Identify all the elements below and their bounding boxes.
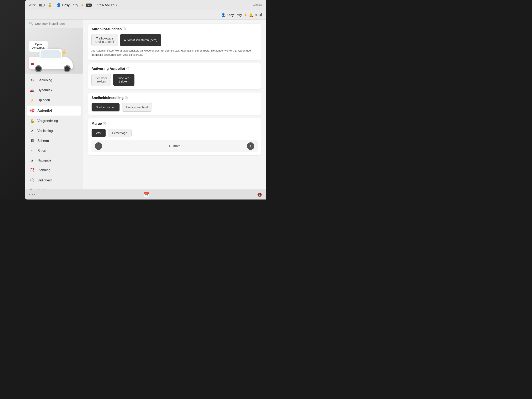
nav-label-vergrendeling: Vergrendeling	[38, 119, 58, 123]
nav-label-autopilot: Autopilot	[38, 109, 52, 112]
vast-button[interactable]: Vast	[91, 129, 106, 137]
search-input[interactable]	[35, 22, 79, 25]
top-profile-area: 👤 Easy Entry	[56, 3, 78, 7]
marge-card: Marge ⓘ Vast Percentage − +0 km/h +	[88, 118, 261, 155]
bottom-dots	[29, 194, 35, 195]
snelheid-card: Snelheidsinstelling ⓘ Snelheidslimiet Hu…	[88, 93, 261, 115]
activering-card: Activering Autopilot ⓘ Eén keer trekken …	[88, 63, 261, 89]
toggle-icon: ⚙	[30, 78, 34, 82]
top-profile-name: Easy Entry	[62, 3, 78, 7]
marge-title: Marge	[91, 121, 102, 126]
sidebar-item-ritten[interactable]: 〰 Ritten	[25, 146, 83, 155]
car-area: Open Achterbak	[25, 28, 83, 74]
sidebar-item-veiligheid[interactable]: ⓘ Veiligheid	[25, 175, 83, 186]
battery-percentage: 48 %	[29, 3, 36, 7]
sidebar-item-dynamiek[interactable]: 🚗 Dynamiek	[25, 85, 83, 95]
autopilot-functions-info-icon[interactable]: ⓘ	[123, 27, 126, 31]
signal-icon	[259, 13, 262, 16]
clock-icon: ⏰	[30, 168, 34, 172]
time-display: 9:56 AM	[97, 3, 110, 7]
nav-label-bediening: Bediening	[38, 78, 52, 82]
een-keer-button[interactable]: Eén keer trekken	[91, 74, 111, 86]
profile-icon: 👤	[56, 3, 61, 7]
right-panel: Autopilot-functies ⓘ Traffic-Aware Cruis…	[83, 19, 266, 190]
temperature-display: 6°C	[111, 3, 117, 7]
bottom-bar: 📅 21 🔇	[25, 190, 266, 200]
bolt-icon: ⚡	[30, 98, 34, 102]
sos-badge: sos	[86, 4, 92, 7]
status-bar: 48 % 🔓 👤 Easy Entry ⬇ sos 9:56 AM 6°C AI…	[25, 0, 266, 10]
speed-plus-button[interactable]: +	[247, 142, 254, 150]
dot-3	[34, 194, 35, 195]
sidebar-item-scherm[interactable]: 🖥 Scherm	[25, 136, 83, 146]
lock-icon: 🔓	[48, 3, 52, 7]
sub-profile-name: Easy Entry	[227, 13, 242, 17]
dot-2	[32, 194, 33, 195]
sidebar-item-verlichting[interactable]: ☀ Verlichting	[25, 126, 83, 136]
activering-buttons: Eén keer trekken Twee keer trekken	[91, 74, 258, 86]
nav-arrow-icon: ▲	[30, 158, 34, 163]
time-temp: 9:56 AM 6°C	[97, 3, 117, 7]
screen: 48 % 🔓 👤 Easy Entry ⬇ sos 9:56 AM 6°C AI…	[25, 0, 266, 200]
autopilot-functions-card: Autopilot-functies ⓘ Traffic-Aware Cruis…	[88, 24, 261, 60]
calendar-icon[interactable]: 📅 21	[144, 192, 149, 197]
sidebar-item-service[interactable]: 🔧 Service	[25, 186, 83, 190]
activering-info-icon[interactable]: ⓘ	[126, 67, 129, 71]
speed-minus-button[interactable]: −	[95, 142, 102, 150]
search-icon: 🔍	[29, 22, 33, 25]
volume-icon[interactable]: 🔇	[257, 192, 262, 197]
sub-profile-area: 👤 Easy Entry	[221, 13, 242, 17]
bell-notification-dot	[252, 16, 253, 17]
lock-nav-icon: 🔒	[30, 119, 34, 123]
autosteer-button[interactable]: Automatisch sturen (bèta)	[120, 34, 161, 46]
speed-control: − +0 km/h +	[91, 140, 258, 152]
lightning-icon: ⚡	[60, 50, 67, 56]
bluetooth-icon: ✱	[254, 13, 257, 17]
autopilot-functions-title: Autopilot-functies	[91, 27, 121, 31]
sidebar-item-navigatie[interactable]: ▲ Navigatie	[25, 155, 83, 165]
car-icon: 🚗	[30, 88, 34, 93]
nav-label-opladen: Opladen	[38, 98, 50, 102]
traffic-aware-button[interactable]: Traffic-Aware Cruise Control	[91, 34, 118, 46]
sidebar-item-autopilot[interactable]: 🎯 Autopilot	[27, 106, 81, 115]
nav-label-navigatie: Navigatie	[38, 158, 51, 162]
battery-icon	[39, 4, 45, 6]
marge-info-icon[interactable]: ⓘ	[103, 122, 106, 126]
nav-label-verlichting: Verlichting	[38, 129, 53, 133]
snelheid-title: Snelheidsinstelling	[91, 96, 124, 100]
marge-header: Marge ⓘ	[91, 121, 258, 126]
twee-keer-button[interactable]: Twee keer trekken	[113, 74, 134, 86]
sidebar-item-vergrendeling[interactable]: 🔒 Vergrendeling	[25, 116, 83, 126]
nav-label-ritten: Ritten	[38, 149, 46, 152]
search-bar: 🔍	[25, 19, 83, 28]
percentage-button[interactable]: Percentage	[108, 129, 132, 137]
content-area: 🔍 Open Achterbak	[25, 19, 266, 190]
snelheid-info-icon[interactable]: ⓘ	[125, 96, 128, 100]
nav-label-scherm: Scherm	[38, 139, 49, 143]
airbag-text: AIRBAG	[253, 4, 262, 6]
nav-label-planning: Planning	[38, 168, 50, 172]
speed-option-buttons: Snelheidslimiet Huidige snelheid	[91, 103, 258, 112]
route-icon: 〰	[30, 148, 34, 153]
nav-label-dynamiek: Dynamiek	[38, 88, 52, 92]
nav-label-veiligheid: Veiligheid	[38, 178, 52, 182]
sidebar-item-bediening[interactable]: ⚙ Bediening	[25, 75, 83, 85]
snelheid-header: Snelheidsinstelling ⓘ	[91, 96, 258, 100]
autopilot-functions-header: Autopilot-functies ⓘ	[91, 27, 258, 31]
marge-type-buttons: Vast Percentage	[91, 129, 258, 137]
snelheidslimiet-button[interactable]: Snelheidslimiet	[91, 103, 120, 112]
sidebar-item-planning[interactable]: ⏰ Planning	[25, 165, 83, 175]
speed-value: +0 km/h	[105, 144, 244, 148]
status-left: 48 % 🔓 👤 Easy Entry ⬇ sos 9:56 AM 6°C	[29, 3, 117, 7]
activering-title: Activering Autopilot	[91, 67, 125, 71]
status-right: AIRBAG	[253, 4, 262, 6]
nav-menu: ⚙ Bediening 🚗 Dynamiek ⚡ Opladen 🎯 Autop…	[25, 74, 83, 190]
shield-icon: ⓘ	[30, 178, 34, 183]
huidige-snelheid-button[interactable]: Huidige snelheid	[122, 103, 152, 112]
download-icon: ⬇	[81, 3, 83, 7]
sidebar-item-opladen[interactable]: ⚡ Opladen	[25, 95, 83, 105]
left-panel: 🔍 Open Achterbak	[25, 19, 83, 190]
dot-1	[29, 194, 30, 195]
steering-wheel-icon: 🎯	[30, 108, 34, 113]
sub-download-icon: ⬇	[244, 13, 247, 17]
